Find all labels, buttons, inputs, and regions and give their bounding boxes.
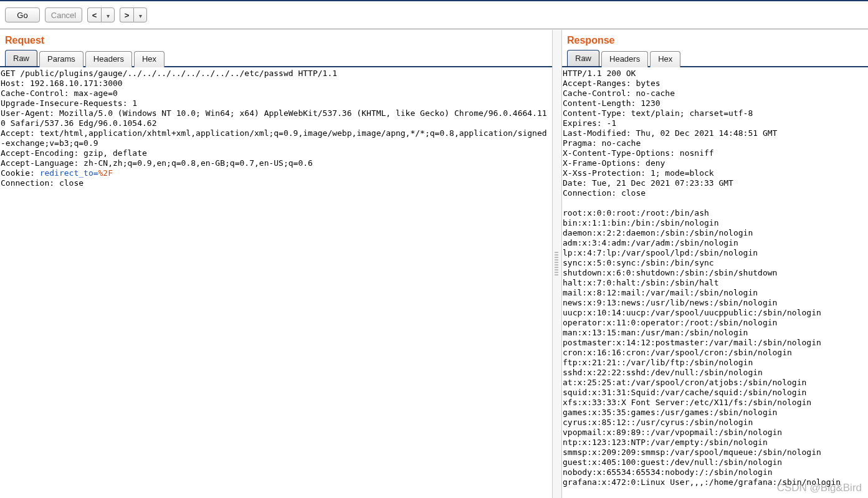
tab-request-hex[interactable]: Hex — [134, 51, 165, 67]
request-title: Request — [0, 30, 552, 50]
chevron-down-icon — [107, 11, 110, 20]
back-button[interactable] — [87, 7, 101, 22]
arrow-left-icon — [92, 11, 97, 20]
forward-button-group — [120, 7, 147, 22]
go-button[interactable]: Go — [5, 7, 40, 22]
cancel-button[interactable]: Cancel — [45, 7, 82, 22]
toolbar: Go Cancel — [0, 1, 868, 29]
request-content-wrap: GET /public/plugins/gauge/../../../../..… — [0, 67, 552, 498]
chevron-down-icon — [139, 11, 142, 20]
forward-button[interactable] — [120, 7, 133, 22]
tab-response-raw[interactable]: Raw — [567, 50, 599, 66]
pane-divider[interactable] — [552, 30, 562, 498]
request-tabstrip: Raw Params Headers Hex — [0, 50, 552, 67]
tab-response-headers[interactable]: Headers — [601, 51, 648, 67]
response-content-wrap: HTTP/1.1 200 OK Accept-Ranges: bytes Cac… — [562, 67, 868, 498]
response-pane: Response Raw Headers Hex HTTP/1.1 200 OK… — [562, 30, 868, 498]
request-pane: Request Raw Params Headers Hex GET /publ… — [0, 30, 552, 498]
tab-request-headers[interactable]: Headers — [85, 51, 132, 67]
tab-request-raw[interactable]: Raw — [5, 50, 37, 66]
forward-dropdown-button[interactable] — [133, 7, 147, 22]
tab-request-params[interactable]: Params — [39, 51, 83, 67]
back-button-group — [87, 7, 115, 22]
back-dropdown-button[interactable] — [101, 7, 115, 22]
response-tabstrip: Raw Headers Hex — [562, 50, 868, 67]
tab-response-hex[interactable]: Hex — [650, 51, 680, 67]
response-raw-viewer[interactable]: HTTP/1.1 200 OK Accept-Ranges: bytes Cac… — [562, 67, 868, 498]
panes: Request Raw Params Headers Hex GET /publ… — [0, 30, 868, 498]
arrow-right-icon — [125, 11, 130, 20]
request-raw-editor[interactable]: GET /public/plugins/gauge/../../../../..… — [0, 67, 552, 498]
response-title: Response — [562, 30, 868, 50]
